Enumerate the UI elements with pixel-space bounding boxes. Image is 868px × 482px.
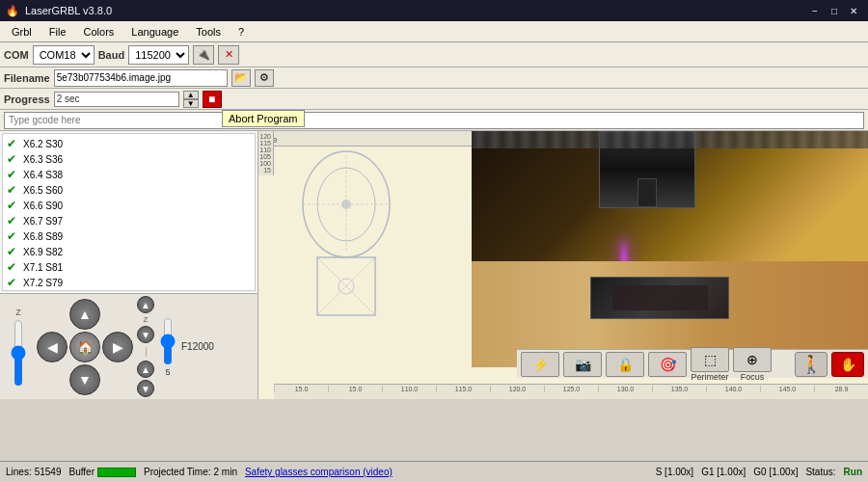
ruler-tick-6: 125.0: [544, 386, 598, 392]
jog-empty-3: [37, 364, 68, 395]
jog-up-button[interactable]: ▲: [69, 299, 100, 330]
ruler-tick-5: 120.0: [490, 386, 544, 392]
file-open-button[interactable]: 📂: [231, 69, 251, 87]
baud-label: Baud: [98, 49, 125, 61]
gcode-check-icon: ✔: [7, 276, 20, 289]
bt-target-button[interactable]: 🎯: [648, 352, 687, 377]
jog-grid: ▲ ◀ 🏠 ▶ ▼: [37, 299, 133, 395]
status-value: Run: [844, 467, 862, 477]
projected-item: Projected Time: 2 min: [144, 467, 237, 477]
ruler-tick-9: 140.0: [706, 386, 760, 392]
jog-z-down-button[interactable]: ▼: [137, 326, 154, 343]
g1-value: G1 [1.00x]: [701, 467, 746, 477]
close-button[interactable]: ✕: [845, 3, 862, 18]
gcode-line-text: X6.4 S38: [23, 170, 63, 180]
ruler-tick-3: 110.0: [382, 386, 436, 392]
gcode-line: ✔X6.8 S89: [3, 228, 255, 244]
maximize-button[interactable]: □: [826, 3, 843, 18]
minimize-button[interactable]: −: [806, 3, 824, 18]
ruler-left-6: 15: [258, 167, 273, 174]
menu-file[interactable]: File: [41, 24, 74, 40]
gcode-line: ✔X6.4 S38: [3, 167, 255, 182]
gcode-input[interactable]: [4, 112, 864, 129]
z-slider[interactable]: [9, 319, 28, 387]
bt-perimeter-button[interactable]: ⬚: [691, 347, 729, 372]
ruler-tick-11: 28.9: [814, 386, 868, 392]
jog-home-button[interactable]: 🏠: [69, 332, 100, 362]
rail-chain: [472, 131, 868, 148]
z-mid-label: Z: [144, 315, 149, 324]
buffer-item: Buffer: [69, 467, 137, 477]
gcode-check-icon: ✔: [7, 229, 20, 243]
bt-lock-button[interactable]: 🔒: [606, 352, 644, 377]
jog-z-up-button[interactable]: ▲: [137, 296, 154, 313]
ruler-left: 120 115 110 105 100 15: [258, 131, 274, 175]
gcode-check-icon: ✔: [7, 260, 20, 274]
gcode-line: ✔X7.1 S81: [3, 259, 255, 275]
svg-point-7: [341, 200, 351, 209]
main-content: ✔X6.2 S30✔X6.3 S36✔X6.4 S38✔X6.5 S60✔X6.…: [0, 131, 868, 399]
gcode-line: ✔X7.2 S79: [3, 275, 255, 290]
connect-button[interactable]: 🔌: [193, 45, 214, 65]
status-bar: Lines: 51549 Buffer Projected Time: 2 mi…: [0, 461, 868, 482]
ruler-top: 25.9: [258, 131, 472, 147]
baud-select[interactable]: 115200: [128, 45, 189, 65]
gcode-check-icon: ✔: [7, 245, 20, 258]
menu-help[interactable]: ?: [231, 24, 252, 40]
speed-value: 5: [165, 367, 170, 377]
f-label: F12000: [181, 341, 214, 352]
projected-label: Projected Time:: [144, 467, 210, 477]
toolbar: COM COM18 Baud 115200 🔌 ✕: [0, 42, 868, 67]
bt-camera-button[interactable]: 📷: [563, 352, 602, 377]
gcode-check-icon: ✔: [7, 214, 20, 228]
safety-link[interactable]: Safety glasses comparison (video): [245, 467, 393, 477]
gcode-line-text: X6.6 S90: [23, 201, 63, 211]
bt-stop-button[interactable]: ✋: [831, 352, 864, 377]
progress-label: Progress: [4, 94, 50, 105]
bt-walk-button[interactable]: 🚶: [795, 352, 827, 377]
menu-tools[interactable]: Tools: [188, 24, 229, 40]
menu-colors[interactable]: Colors: [76, 24, 122, 40]
progress-down-button[interactable]: ▼: [183, 99, 199, 108]
ruler-left-3: 110: [258, 147, 273, 153]
jog-extra-down-button[interactable]: ▼: [137, 380, 154, 397]
menu-grbl[interactable]: Grbl: [4, 24, 40, 40]
speed-slider[interactable]: [158, 317, 177, 365]
ruler-left-4: 105: [258, 153, 273, 160]
gcode-line: ✔X6.7 S97: [3, 213, 255, 228]
gcode-check-icon: ✔: [7, 137, 20, 150]
ruler-tick-1: 15.0: [274, 386, 328, 392]
g0-value: G0 [1.00x]: [753, 467, 798, 477]
bt-focus-button[interactable]: ⊕: [733, 347, 772, 372]
file-row: Filename 📂 ⚙: [0, 67, 868, 89]
app-title: LaserGRBL v3.8.0: [25, 5, 112, 16]
gcode-line: ✔X6.9 S82: [3, 244, 255, 259]
progress-up-button[interactable]: ▲: [183, 91, 199, 99]
bt-focus-label: Focus: [741, 372, 765, 382]
jog-left-button[interactable]: ◀: [37, 332, 68, 362]
z-slider-container: Z: [4, 308, 33, 387]
gcode-line: ✔X6.5 S60: [3, 182, 255, 198]
s-value: S [1.00x]: [656, 467, 693, 477]
bt-lightning-button[interactable]: ⚡: [521, 352, 559, 377]
f-value-display: F12000: [181, 341, 214, 352]
disconnect-button[interactable]: ✕: [218, 45, 239, 65]
ruler-bottom: 15.0 15.0 110.0 115.0 120.0 125.0 130.0 …: [274, 384, 868, 399]
filename-input[interactable]: [54, 69, 228, 87]
menu-language[interactable]: Language: [123, 24, 186, 40]
com-select[interactable]: COM18: [33, 45, 95, 65]
gcode-line-text: X6.9 S82: [23, 247, 63, 257]
z-label: Z: [15, 308, 21, 317]
jog-extra-up-button[interactable]: ▲: [137, 361, 154, 378]
speed-display: 5: [158, 317, 177, 377]
jog-right-button[interactable]: ▶: [102, 332, 133, 362]
bottom-toolbar: ⚡ 📷 🔒 🎯 ⬚ Perimeter ⊕ Focus 🚶 ✋: [517, 349, 868, 378]
gcode-check-icon: ✔: [7, 168, 20, 181]
gcode-line: ✔X6.2 S30: [3, 136, 255, 151]
jog-down-button[interactable]: ▼: [69, 364, 100, 395]
engraved-area: [590, 277, 729, 319]
status-label: Status:: [805, 467, 835, 477]
abort-button[interactable]: ■: [203, 91, 222, 108]
file-settings-button[interactable]: ⚙: [255, 69, 274, 87]
ruler-left-5: 100: [258, 160, 273, 167]
